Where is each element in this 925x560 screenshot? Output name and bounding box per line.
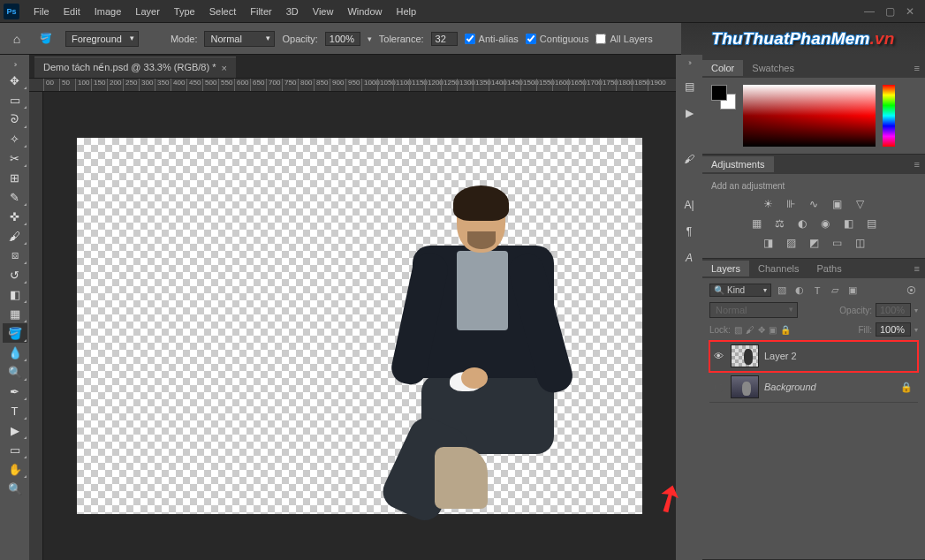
collapse-panels-icon[interactable]: ›› — [688, 58, 690, 67]
lock-all-icon[interactable]: 🔒 — [780, 325, 791, 335]
filter-shape-icon[interactable]: ▱ — [828, 284, 842, 296]
menu-image[interactable]: Image — [87, 3, 129, 20]
posterize-icon[interactable]: ▨ — [783, 237, 799, 249]
menu-file[interactable]: File — [27, 3, 57, 20]
tab-layers[interactable]: Layers — [702, 261, 749, 276]
antialias-checkbox[interactable]: Anti-alias — [465, 34, 519, 44]
minimize-icon[interactable]: — — [864, 5, 875, 18]
brush-tool[interactable]: 🖌 — [3, 226, 27, 246]
crop-tool[interactable]: ✂ — [3, 148, 27, 168]
menu-window[interactable]: Window — [340, 3, 389, 20]
actions-icon[interactable]: ▶ — [680, 104, 698, 122]
invert-icon[interactable]: ◨ — [760, 237, 776, 249]
layer-name[interactable]: Background — [764, 382, 895, 392]
rectangle-tool[interactable]: ▭ — [3, 440, 27, 459]
glyphs-icon[interactable]: A — [680, 249, 698, 267]
menu-view[interactable]: View — [306, 3, 341, 20]
magic-wand-tool[interactable]: ✧ — [3, 129, 27, 148]
eraser-tool[interactable]: ◧ — [3, 284, 27, 304]
curves-icon[interactable]: ∿ — [806, 198, 822, 210]
fill-source-dropdown[interactable]: Foreground — [65, 31, 139, 47]
threshold-icon[interactable]: ◩ — [806, 237, 822, 249]
maximize-icon[interactable]: ▢ — [885, 5, 895, 18]
lasso-tool[interactable]: ᘐ — [3, 110, 27, 129]
color-field[interactable] — [743, 85, 876, 147]
workspace-icon[interactable]: ▭ — [904, 33, 913, 44]
paint-bucket-icon[interactable]: 🪣 — [34, 30, 58, 48]
history-icon[interactable]: ▤ — [680, 78, 698, 95]
contiguous-checkbox[interactable]: Contiguous — [526, 34, 589, 44]
paragraph-icon[interactable]: ¶ — [680, 223, 698, 240]
fg-bg-swatch[interactable] — [711, 85, 736, 110]
menu-edit[interactable]: Edit — [57, 3, 87, 20]
marquee-tool[interactable]: ▭ — [3, 90, 27, 110]
menu-3d[interactable]: 3D — [279, 3, 306, 20]
search-icon[interactable]: 🔍 — [864, 33, 876, 44]
layer-fill-input[interactable]: 100% — [876, 322, 911, 337]
tolerance-input[interactable]: 32 — [431, 32, 458, 46]
menu-layer[interactable]: Layer — [128, 3, 167, 20]
exposure-icon[interactable]: ▣ — [829, 198, 845, 210]
filter-type-icon[interactable]: T — [810, 285, 824, 296]
levels-icon[interactable]: ⊪ — [783, 198, 799, 210]
layer-blend-dropdown[interactable]: Normal — [709, 302, 798, 318]
character-icon[interactable]: A| — [680, 196, 698, 214]
photo-filter-icon[interactable]: ◉ — [817, 217, 833, 230]
gradient-tool[interactable]: ▦ — [3, 304, 27, 323]
menu-filter[interactable]: Filter — [243, 3, 278, 20]
paint-bucket-tool[interactable]: 🪣 — [3, 323, 27, 343]
layer-filter-kind[interactable]: 🔍Kind — [709, 284, 771, 297]
eyedropper-tool[interactable]: ✎ — [3, 187, 27, 207]
tab-color[interactable]: Color — [702, 60, 743, 76]
type-tool[interactable]: T — [3, 401, 27, 420]
lock-trans-icon[interactable]: ▧ — [734, 325, 742, 335]
tab-adjustments[interactable]: Adjustments — [702, 156, 774, 172]
color-lookup-icon[interactable]: ▤ — [863, 217, 879, 230]
canvas[interactable] — [77, 138, 642, 514]
tab-paths[interactable]: Paths — [808, 261, 851, 276]
move-tool[interactable]: ✥ — [3, 71, 27, 90]
menu-help[interactable]: Help — [390, 3, 424, 20]
close-tab-icon[interactable]: × — [221, 63, 226, 73]
menu-select[interactable]: Select — [202, 3, 244, 20]
foreground-color-swatch[interactable] — [711, 85, 727, 101]
opacity-input[interactable]: 100% — [325, 32, 360, 46]
panel-menu-icon[interactable]: ≡ — [909, 159, 925, 170]
blur-tool[interactable]: 💧 — [3, 343, 27, 362]
healing-brush-tool[interactable]: ✜ — [3, 207, 27, 226]
path-selection-tool[interactable]: ▶ — [3, 420, 27, 440]
filter-pixel-icon[interactable]: ▧ — [775, 284, 789, 296]
hue-slider[interactable] — [883, 85, 895, 147]
lock-pos-icon[interactable]: ✥ — [758, 325, 765, 335]
layer-item[interactable]: 👁 Layer 2 — [709, 341, 918, 372]
dodge-tool[interactable]: 🔍 — [3, 362, 27, 382]
share-icon[interactable]: ☁ — [885, 33, 895, 44]
document-tab[interactable]: Demo tách nền.psd @ 33.3% (RGB/8) * × — [34, 57, 236, 78]
gradient-map-icon[interactable]: ▭ — [829, 237, 845, 249]
filter-toggle-icon[interactable]: ⦿ — [904, 285, 918, 296]
frame-tool[interactable]: ⊞ — [3, 168, 27, 187]
panel-menu-icon[interactable]: ≡ — [909, 263, 925, 274]
tab-swatches[interactable]: Swatches — [743, 60, 803, 76]
filter-adjust-icon[interactable]: ◐ — [792, 284, 807, 296]
collapse-tools-icon[interactable]: ›› — [14, 60, 16, 69]
layer-thumbnail[interactable] — [731, 375, 759, 398]
layer-thumbnail[interactable] — [731, 344, 759, 367]
menu-type[interactable]: Type — [167, 3, 202, 20]
hue-icon[interactable]: ▦ — [748, 217, 764, 230]
selective-color-icon[interactable]: ◫ — [852, 237, 868, 249]
hand-tool[interactable]: ✋ — [3, 459, 27, 479]
brightness-icon[interactable]: ☀ — [760, 198, 776, 210]
home-icon[interactable]: ⌂ — [7, 29, 27, 49]
canvas-viewport[interactable] — [43, 92, 676, 560]
lock-artboard-icon[interactable]: ▣ — [769, 325, 777, 335]
history-brush-tool[interactable]: ↺ — [3, 265, 27, 284]
all-layers-checkbox[interactable]: All Layers — [595, 34, 652, 44]
tab-channels[interactable]: Channels — [749, 261, 807, 276]
visibility-icon[interactable]: ▢ — [711, 382, 725, 393]
vibrance-icon[interactable]: ▽ — [852, 198, 868, 210]
blend-mode-dropdown[interactable]: Normal — [204, 31, 275, 47]
filter-smart-icon[interactable]: ▣ — [845, 284, 860, 296]
channel-mixer-icon[interactable]: ◧ — [840, 217, 856, 230]
panel-menu-icon[interactable]: ≡ — [909, 63, 925, 73]
